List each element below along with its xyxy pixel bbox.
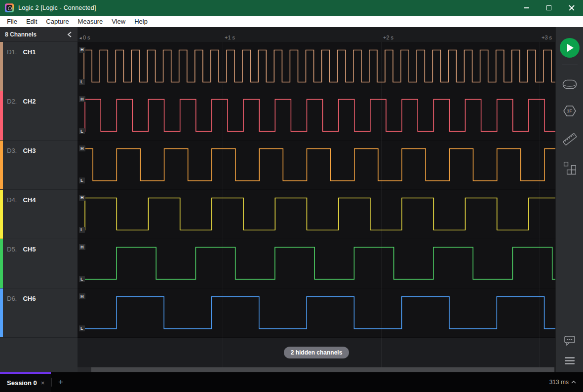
window-controls xyxy=(515,0,583,16)
channel-color-stripe xyxy=(0,91,3,140)
channel-sidebar: 8 Channels D1. CH1 D2. CH2 D3. CH3 D4. C… xyxy=(0,27,78,372)
main-area: 8 Channels D1. CH1 D2. CH2 D3. CH3 D4. C… xyxy=(0,27,583,372)
menu-capture[interactable]: Capture xyxy=(41,16,73,27)
right-toolbar: 1F xyxy=(555,27,583,372)
comment-bubble-icon xyxy=(564,335,576,346)
session-tab[interactable]: Session 0 × xyxy=(0,372,51,392)
maximize-button[interactable] xyxy=(538,0,560,16)
channel-color-stripe xyxy=(0,42,3,91)
level-label-h: H xyxy=(79,293,85,299)
channel-panel-header: 8 Channels xyxy=(0,27,78,42)
channel-list: D1. CH1 D2. CH2 D3. CH3 D4. CH4 D5. CH5 … xyxy=(0,42,78,338)
main-menu-button[interactable] xyxy=(565,357,575,364)
window-title: Logic 2 [Logic - Connected] xyxy=(18,4,96,11)
menu-help[interactable]: Help xyxy=(130,16,152,27)
extensions-button[interactable] xyxy=(563,161,577,175)
timeline-tick-label: +2 s xyxy=(383,35,393,40)
level-label-h: H xyxy=(79,47,85,53)
horizontal-scrollbar[interactable] xyxy=(78,367,555,372)
digital-traces xyxy=(78,42,555,338)
maximize-icon xyxy=(546,5,551,10)
new-session-button[interactable]: + xyxy=(58,377,63,387)
timeline-ruler[interactable]: ◄0 s+1 s+2 s+3 s xyxy=(78,27,555,42)
level-label-h: H xyxy=(79,244,85,250)
channel-row[interactable]: D6. CH6 xyxy=(0,288,78,338)
timeline-tick-label: +1 s xyxy=(225,35,235,40)
trace-ch2 xyxy=(82,100,555,132)
channel-designator: D6. xyxy=(7,295,21,302)
ruler-icon xyxy=(562,132,577,146)
channel-name: CH3 xyxy=(23,147,36,154)
horizontal-scrollbar-thumb[interactable] xyxy=(91,367,554,372)
channel-color-stripe xyxy=(0,190,3,239)
waveform-canvas[interactable]: HLHLHLHLHLHL xyxy=(78,42,555,338)
app-logo-icon xyxy=(5,3,14,12)
channel-designator: D3. xyxy=(7,147,21,154)
channel-color-stripe xyxy=(0,239,3,288)
channel-row[interactable]: D1. CH1 xyxy=(0,42,78,91)
channel-designator: D2. xyxy=(7,98,21,105)
channel-color-stripe xyxy=(0,288,3,337)
level-label-l: L xyxy=(79,276,85,282)
session-tab-label: Session 0 xyxy=(7,379,37,387)
extensions-icon xyxy=(563,161,577,175)
level-label-h: H xyxy=(79,195,85,201)
level-label-l: L xyxy=(79,128,85,134)
notes-button[interactable] xyxy=(564,335,576,346)
menu-file[interactable]: File xyxy=(2,16,22,27)
channel-row[interactable]: D5. CH5 xyxy=(0,239,78,288)
channel-name: CH5 xyxy=(23,246,36,253)
trace-ch5 xyxy=(82,248,555,280)
level-label-l: L xyxy=(79,178,85,183)
minimize-button[interactable] xyxy=(515,0,538,16)
capture-duration-control[interactable]: 313 ms xyxy=(549,379,576,386)
menu-measure[interactable]: Measure xyxy=(74,16,108,27)
protocol-badge-label: 1F xyxy=(567,108,572,113)
menu-icon xyxy=(565,357,575,358)
timeline-start-marker-icon: ◄ xyxy=(78,36,82,40)
level-label-h: H xyxy=(79,145,85,151)
timeline-tick-label: ◄0 s xyxy=(78,35,90,40)
menu-view[interactable]: View xyxy=(107,16,130,27)
channel-name: CH1 xyxy=(23,48,36,56)
session-close-button[interactable]: × xyxy=(41,379,45,387)
trace-ch6 xyxy=(82,297,555,329)
channel-row[interactable]: D4. CH4 xyxy=(0,190,78,239)
channel-designator: D5. xyxy=(7,246,21,253)
start-capture-button[interactable] xyxy=(560,38,580,58)
device-icon xyxy=(562,79,577,90)
analyzers-button[interactable]: 1F xyxy=(563,105,577,117)
trace-ch1 xyxy=(82,50,555,82)
waveform-area[interactable]: ◄0 s+1 s+2 s+3 s HLHLHLHLHLHL 2 hidden c… xyxy=(78,27,555,372)
level-label-l: L xyxy=(79,325,85,331)
channel-row[interactable]: D2. CH2 xyxy=(0,91,78,141)
channel-designator: D4. xyxy=(7,196,21,204)
channel-name: CH2 xyxy=(23,98,36,105)
menu-edit[interactable]: Edit xyxy=(22,16,41,27)
channel-name: CH4 xyxy=(23,196,36,204)
trace-ch4 xyxy=(82,198,555,230)
capture-duration-label: 313 ms xyxy=(549,379,569,386)
channel-name: CH6 xyxy=(23,295,36,302)
measurements-button[interactable] xyxy=(562,132,577,146)
collapse-panel-button[interactable] xyxy=(67,31,73,38)
toolbar-divider xyxy=(562,65,578,65)
hidden-channels-zone: 2 hidden channels xyxy=(78,338,555,367)
channel-color-stripe xyxy=(0,141,3,189)
trace-ch3 xyxy=(82,149,555,181)
hidden-channels-pill[interactable]: 2 hidden channels xyxy=(284,347,350,358)
channel-designator: D1. xyxy=(7,48,21,56)
tab-divider xyxy=(51,378,52,387)
close-button[interactable] xyxy=(560,0,583,16)
close-icon xyxy=(569,5,575,11)
channel-row[interactable]: D3. CH3 xyxy=(0,141,78,190)
level-label-l: L xyxy=(79,79,85,85)
menubar: FileEditCaptureMeasureViewHelp xyxy=(0,16,583,27)
session-tabbar: Session 0 × + 313 ms xyxy=(0,372,583,392)
sidebar-filler xyxy=(0,338,78,372)
title-bar: Logic 2 [Logic - Connected] xyxy=(0,0,583,16)
play-icon xyxy=(567,44,574,52)
device-settings-button[interactable] xyxy=(562,79,577,90)
timeline-tick-label: +3 s xyxy=(542,35,552,40)
level-label-h: H xyxy=(79,96,85,102)
